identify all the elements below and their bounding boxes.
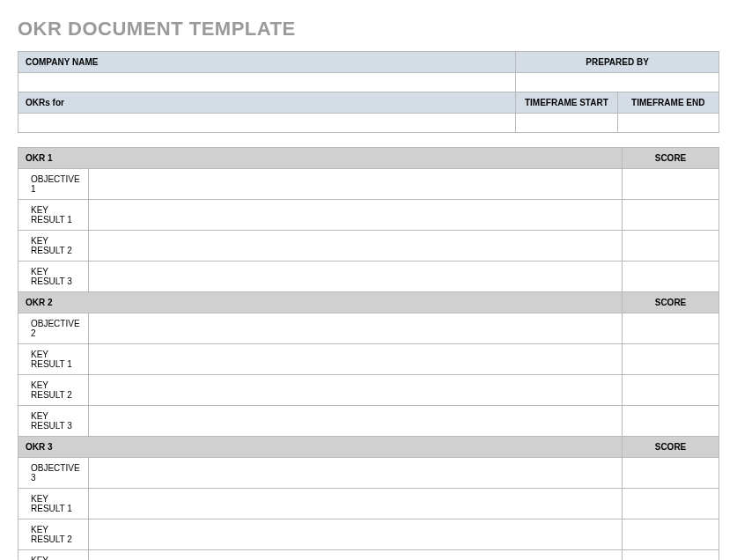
okr1-kr1-input[interactable]	[89, 200, 623, 231]
okr3-kr3-input[interactable]	[89, 550, 623, 561]
okr3-kr3-label: KEY RESULT 3	[18, 550, 89, 561]
okr3-kr3-score[interactable]	[623, 550, 719, 561]
okr1-kr1-label: KEY RESULT 1	[18, 200, 89, 231]
header-table: COMPANY NAME PREPARED BY OKRs for TIMEFR…	[18, 51, 719, 133]
timeframe-end-label: TIMEFRAME END	[617, 92, 719, 114]
okr2-header: OKR 2	[18, 292, 623, 313]
company-name-input[interactable]	[18, 73, 516, 92]
page-title: OKR DOCUMENT TEMPLATE	[18, 18, 719, 41]
timeframe-start-label: TIMEFRAME START	[516, 92, 617, 114]
okrs-for-label: OKRs for	[18, 92, 516, 114]
prepared-by-label: PREPARED BY	[516, 52, 719, 73]
okr2-kr3-label: KEY RESULT 3	[18, 406, 89, 437]
okr3-objective-input[interactable]	[89, 458, 623, 489]
company-name-label: COMPANY NAME	[18, 52, 516, 73]
okr1-kr3-label: KEY RESULT 3	[18, 262, 89, 292]
okr3-kr1-label: KEY RESULT 1	[18, 489, 89, 519]
okr3-objective-label: OBJECTIVE 3	[18, 458, 89, 489]
okr1-header: OKR 1	[18, 148, 623, 169]
okr-table: OKR 1 SCORE OBJECTIVE 1 KEY RESULT 1 KEY…	[18, 147, 719, 560]
okr2-objective-input[interactable]	[89, 313, 623, 344]
okr2-objective-score[interactable]	[623, 313, 719, 344]
okr2-kr1-score[interactable]	[623, 344, 719, 375]
okr2-kr3-score[interactable]	[623, 406, 719, 437]
okr3-kr2-label: KEY RESULT 2	[18, 519, 89, 550]
okr1-objective-input[interactable]	[89, 169, 623, 200]
okr1-kr2-label: KEY RESULT 2	[18, 231, 89, 262]
okr3-kr2-input[interactable]	[89, 519, 623, 550]
timeframe-start-input[interactable]	[516, 114, 617, 133]
okr2-kr2-score[interactable]	[623, 375, 719, 406]
okr3-objective-score[interactable]	[623, 458, 719, 489]
okr3-kr2-score[interactable]	[623, 519, 719, 550]
okr1-kr1-score[interactable]	[623, 200, 719, 231]
okr3-header: OKR 3	[18, 437, 623, 458]
okr2-kr1-input[interactable]	[89, 344, 623, 375]
okr1-objective-label: OBJECTIVE 1	[18, 169, 89, 200]
okr2-kr3-input[interactable]	[89, 406, 623, 437]
okr1-kr2-score[interactable]	[623, 231, 719, 262]
okr3-kr1-input[interactable]	[89, 489, 623, 519]
okr2-kr1-label: KEY RESULT 1	[18, 344, 89, 375]
okr3-score-label: SCORE	[623, 437, 719, 458]
okr2-objective-label: OBJECTIVE 2	[18, 313, 89, 344]
okrs-for-input[interactable]	[18, 114, 516, 133]
okr2-score-label: SCORE	[623, 292, 719, 313]
okr1-objective-score[interactable]	[623, 169, 719, 200]
okr1-kr2-input[interactable]	[89, 231, 623, 262]
prepared-by-input[interactable]	[516, 73, 719, 92]
okr1-score-label: SCORE	[623, 148, 719, 169]
okr1-kr3-score[interactable]	[623, 262, 719, 292]
timeframe-end-input[interactable]	[617, 114, 719, 133]
okr2-kr2-label: KEY RESULT 2	[18, 375, 89, 406]
okr3-kr1-score[interactable]	[623, 489, 719, 519]
okr2-kr2-input[interactable]	[89, 375, 623, 406]
okr1-kr3-input[interactable]	[89, 262, 623, 292]
